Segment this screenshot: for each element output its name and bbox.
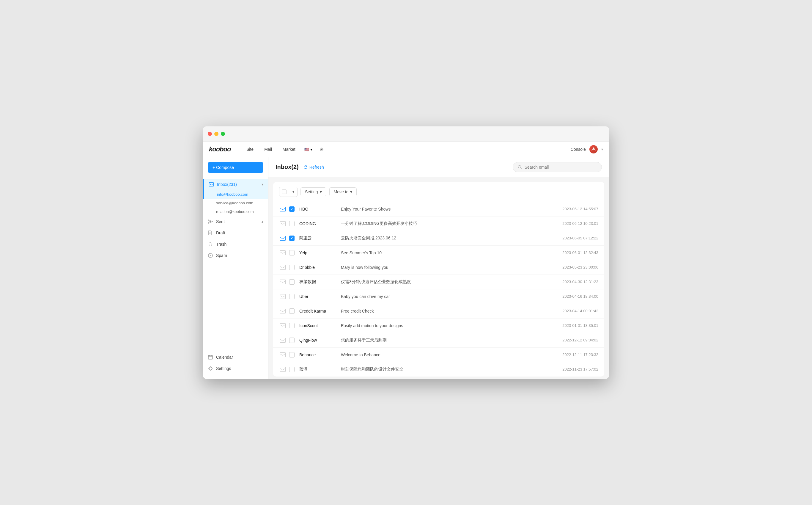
- email-icon-blue: [280, 207, 286, 211]
- refresh-button[interactable]: Refresh: [303, 165, 324, 170]
- sidebar-item-inbox[interactable]: Inbox(231) ▾: [203, 179, 268, 190]
- email-checkbox-checked[interactable]: ✓: [289, 206, 295, 212]
- email-checkbox[interactable]: [289, 338, 295, 343]
- email-row[interactable]: ✓ HBO Enjoy Your Favorite Shows 2023-06-…: [273, 202, 604, 216]
- email-date: 2023-06-12 10:23:01: [562, 221, 598, 226]
- svg-rect-7: [282, 190, 286, 194]
- email-checkbox[interactable]: [289, 294, 295, 299]
- email-checkbox[interactable]: [289, 352, 295, 357]
- email-date: 2023-06-01 12:32:43: [562, 250, 598, 255]
- email-row[interactable]: Dribbble Mary is now following you 2023-…: [273, 260, 604, 275]
- email-row[interactable]: 神策数据 仅需3分钟,快速评估企业数据化成熟度 2023-04-30 12:31…: [273, 275, 604, 289]
- checkmark-icon: ✓: [291, 207, 293, 211]
- sidebar-sub-item-relation[interactable]: relation@kooboo.com: [203, 207, 268, 216]
- email-icon-gray: [280, 294, 286, 299]
- email-row[interactable]: Yelp See Summer's Top 10 2023-06-01 12:3…: [273, 246, 604, 260]
- close-button[interactable]: [208, 132, 212, 136]
- email-toolbar: ▾ Setting ▾ Move to ▾: [273, 182, 604, 202]
- sidebar-item-trash[interactable]: Trash: [203, 238, 268, 250]
- nav-item-mail[interactable]: Mail: [259, 145, 277, 153]
- console-button[interactable]: Console: [571, 147, 586, 152]
- nav-flag-dropdown[interactable]: 🇺🇸 ▾: [301, 145, 315, 153]
- email-checkbox-checked[interactable]: ✓: [289, 235, 295, 241]
- select-all-arrow-icon[interactable]: ▾: [289, 187, 297, 197]
- search-box[interactable]: [513, 162, 602, 172]
- setting-button[interactable]: Setting ▾: [300, 187, 326, 196]
- sidebar-item-settings[interactable]: Settings: [203, 363, 268, 374]
- sidebar-sub-accounts: info@kooboo.com service@kooboo.com relat…: [203, 190, 268, 216]
- email-subject: 时刻保障您和团队的设计文件安全: [341, 367, 558, 372]
- inbox-icon: [209, 182, 214, 187]
- maximize-button[interactable]: [221, 132, 225, 136]
- moveto-chevron-icon: ▾: [350, 189, 352, 194]
- select-all-checkbox[interactable]: [279, 187, 289, 197]
- moveto-button[interactable]: Move to ▾: [329, 187, 357, 196]
- svg-rect-16: [280, 323, 286, 328]
- sidebar-item-draft[interactable]: Draft: [203, 227, 268, 238]
- email-list-area: ▾ Setting ▾ Move to ▾ ✓ HBO: [268, 177, 609, 379]
- sent-arrow-icon: ▴: [262, 219, 263, 224]
- svg-rect-9: [280, 221, 286, 226]
- email-subject: Easily add motion to your designs: [341, 323, 558, 328]
- email-date: 2023-04-16 18:34:00: [562, 294, 598, 299]
- minimize-button[interactable]: [214, 132, 219, 136]
- email-read-icon: [279, 323, 286, 329]
- nav-item-market[interactable]: Market: [278, 145, 300, 153]
- sidebar-item-sent[interactable]: Sent ▴: [203, 216, 268, 227]
- sent-icon: [208, 219, 213, 224]
- svg-rect-8: [280, 207, 286, 211]
- email-read-icon: [279, 235, 286, 241]
- email-row[interactable]: Uber Baby you can drive my car 2023-04-1…: [273, 289, 604, 304]
- email-checkbox[interactable]: [289, 323, 295, 328]
- email-row[interactable]: ✓ 阿里云 云防火墙安全周报,2023.06.12 2023-06-05 07:…: [273, 231, 604, 246]
- calendar-label: Calendar: [216, 355, 263, 360]
- email-date: 2023-05-23 23:00:06: [562, 265, 598, 270]
- svg-rect-19: [280, 367, 286, 371]
- email-list-card: ▾ Setting ▾ Move to ▾ ✓ HBO: [273, 182, 604, 376]
- traffic-lights: [208, 132, 225, 136]
- email-checkbox[interactable]: [289, 367, 295, 372]
- email-row[interactable]: QingFlow 您的服务将于三天后到期 2022-12-12 09:04:02: [273, 333, 604, 348]
- draft-icon: [208, 230, 213, 235]
- email-sender: HBO: [299, 207, 341, 211]
- email-sender: 阿里云: [299, 235, 341, 241]
- compose-button[interactable]: + Compose: [208, 162, 263, 173]
- email-checkbox[interactable]: [289, 279, 295, 285]
- email-row[interactable]: IconScout Easily add motion to your desi…: [273, 319, 604, 333]
- sidebar-sub-item-service[interactable]: service@kooboo.com: [203, 199, 268, 207]
- email-row[interactable]: Creddit Karma Free credit Check 2023-04-…: [273, 304, 604, 319]
- email-checkbox[interactable]: [289, 308, 295, 314]
- main-layout: + Compose Inbox(231) ▾ info@kooboo.com s…: [203, 157, 609, 379]
- email-sender: Dribbble: [299, 265, 341, 270]
- search-input[interactable]: [525, 165, 597, 170]
- email-date: 2023-04-30 12:31:23: [562, 280, 598, 284]
- email-icon-gray: [280, 280, 286, 284]
- email-row[interactable]: CODING 一分钟了解,CODING更多高效开发小技巧 2023-06-12 …: [273, 216, 604, 231]
- email-date: 2023-01-31 18:35:01: [562, 323, 598, 328]
- inbox-label: Inbox(231): [217, 182, 259, 187]
- email-checkbox[interactable]: [289, 265, 295, 270]
- nav-sun-icon[interactable]: ☀: [316, 145, 327, 154]
- email-subject: See Summer's Top 10: [341, 250, 558, 255]
- email-checkbox[interactable]: [289, 250, 295, 256]
- sidebar-item-calendar[interactable]: Calendar: [203, 352, 268, 363]
- sidebar-item-spam[interactable]: Spam: [203, 250, 268, 261]
- moveto-label: Move to: [334, 189, 349, 194]
- search-icon: [518, 165, 522, 170]
- nav-item-site[interactable]: Site: [242, 145, 258, 153]
- email-row[interactable]: 蓝湖 时刻保障您和团队的设计文件安全 2022-11-23 17:57:02: [273, 362, 604, 376]
- email-subject: 您的服务将于三天后到期: [341, 338, 558, 343]
- email-row[interactable]: Behance Welcome to Behance 2022-12-11 17…: [273, 348, 604, 362]
- sidebar-sub-item-info[interactable]: info@kooboo.com: [203, 190, 268, 199]
- email-date: 2023-04-14 00:01:42: [562, 309, 598, 313]
- svg-point-6: [518, 165, 521, 168]
- svg-rect-18: [280, 352, 286, 357]
- email-subject: Enjoy Your Favorite Shows: [341, 207, 558, 211]
- avatar[interactable]: [589, 145, 598, 153]
- email-sender: 蓝湖: [299, 367, 341, 372]
- content-header: Inbox(2) Refresh: [268, 157, 609, 177]
- email-sender: Creddit Karma: [299, 309, 341, 314]
- select-all-dropdown[interactable]: ▾: [279, 187, 297, 197]
- email-checkbox[interactable]: [289, 221, 295, 226]
- content-area: Inbox(2) Refresh: [268, 157, 609, 379]
